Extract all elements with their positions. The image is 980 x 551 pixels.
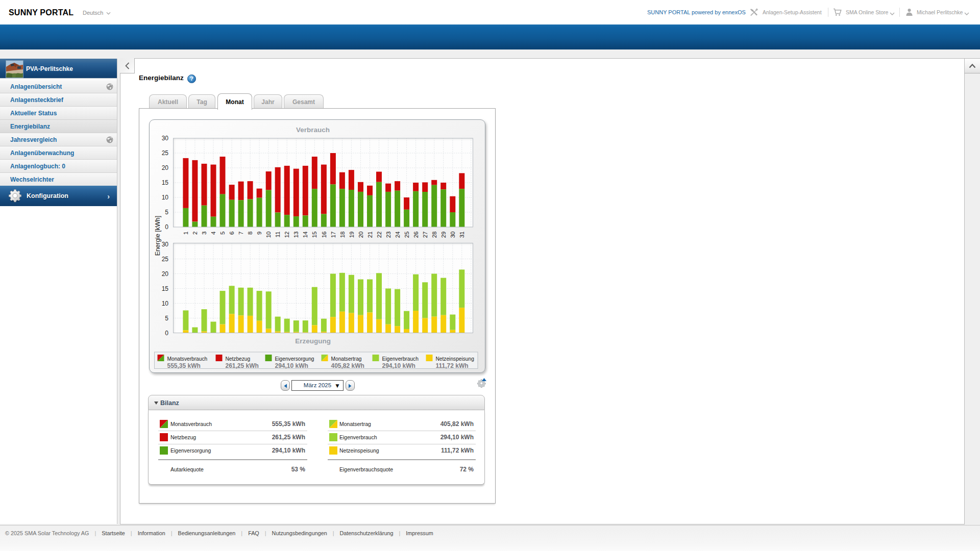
svg-text:6: 6 <box>229 232 235 235</box>
svg-text:10: 10 <box>265 232 272 238</box>
svg-text:19: 19 <box>349 232 355 238</box>
svg-text:1: 1 <box>183 232 189 235</box>
svg-text:0: 0 <box>165 330 168 337</box>
svg-text:25: 25 <box>162 256 169 263</box>
svg-text:5: 5 <box>165 209 168 216</box>
svg-text:12: 12 <box>284 232 290 238</box>
svg-text:25: 25 <box>404 232 410 238</box>
svg-text:111,72 kWh: 111,72 kWh <box>436 362 469 369</box>
svg-text:20: 20 <box>162 270 169 278</box>
svg-text:405,82 kWh: 405,82 kWh <box>331 362 364 369</box>
svg-text:8: 8 <box>247 232 253 235</box>
svg-text:Eigenversorgung: Eigenversorgung <box>275 356 314 362</box>
svg-text:17: 17 <box>330 232 336 238</box>
svg-text:10: 10 <box>162 194 169 201</box>
svg-text:Monatsertrag: Monatsertrag <box>331 356 362 362</box>
svg-text:555,35 kWh: 555,35 kWh <box>167 362 201 369</box>
svg-text:21: 21 <box>367 232 373 238</box>
svg-text:Eigenverbrauch: Eigenverbrauch <box>382 356 419 362</box>
svg-text:23: 23 <box>385 232 391 238</box>
svg-text:5: 5 <box>219 232 226 235</box>
svg-text:31: 31 <box>459 232 465 238</box>
svg-text:261,25 kWh: 261,25 kWh <box>226 362 259 369</box>
svg-text:22: 22 <box>376 232 382 238</box>
svg-text:11: 11 <box>275 232 281 238</box>
svg-text:3: 3 <box>201 232 207 235</box>
svg-text:Erzeugung: Erzeugung <box>295 337 331 345</box>
svg-text:20: 20 <box>358 232 364 238</box>
svg-text:26: 26 <box>413 232 419 238</box>
svg-text:24: 24 <box>395 231 401 238</box>
svg-text:15: 15 <box>162 179 169 186</box>
svg-text:294,10 kWh: 294,10 kWh <box>275 362 308 369</box>
svg-text:Energie [kWh]: Energie [kWh] <box>154 216 161 256</box>
svg-text:29: 29 <box>440 232 447 238</box>
svg-text:28: 28 <box>431 232 437 238</box>
svg-text:7: 7 <box>238 232 244 235</box>
svg-text:9: 9 <box>256 232 262 235</box>
svg-text:5: 5 <box>165 315 168 322</box>
svg-text:20: 20 <box>162 164 169 171</box>
svg-text:30: 30 <box>162 241 169 248</box>
svg-text:27: 27 <box>422 232 428 238</box>
svg-text:30: 30 <box>450 232 456 238</box>
svg-text:Netzbezug: Netzbezug <box>226 356 251 362</box>
svg-text:14: 14 <box>302 231 308 238</box>
svg-text:30: 30 <box>162 135 169 142</box>
svg-text:0: 0 <box>165 223 168 231</box>
svg-text:Verbrauch: Verbrauch <box>296 126 330 134</box>
svg-text:15: 15 <box>162 285 169 292</box>
svg-text:16: 16 <box>321 232 327 238</box>
svg-text:4: 4 <box>210 231 216 235</box>
svg-text:Monatsverbrauch: Monatsverbrauch <box>167 356 208 362</box>
svg-text:15: 15 <box>311 232 317 238</box>
svg-text:13: 13 <box>293 232 299 238</box>
svg-text:294,10 kWh: 294,10 kWh <box>382 362 415 369</box>
svg-text:18: 18 <box>339 232 346 238</box>
svg-text:Netzeinspeisung: Netzeinspeisung <box>436 356 475 362</box>
svg-text:10: 10 <box>162 300 169 307</box>
svg-text:25: 25 <box>162 149 169 157</box>
svg-text:2: 2 <box>192 232 198 235</box>
